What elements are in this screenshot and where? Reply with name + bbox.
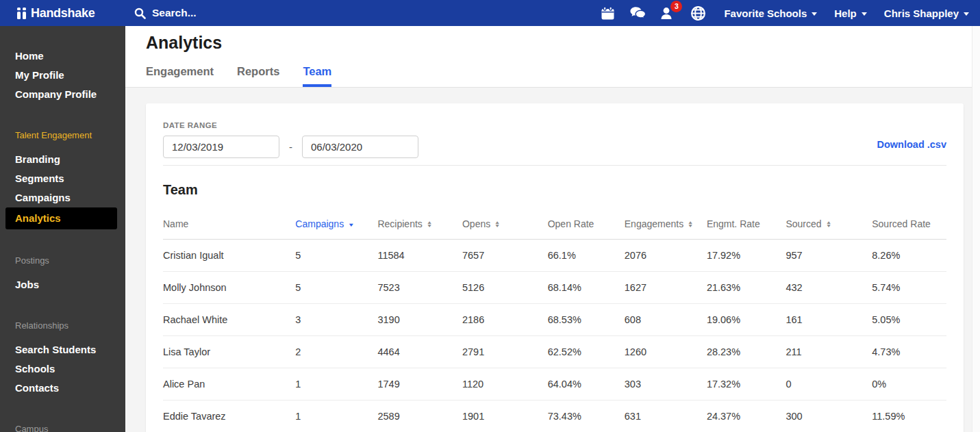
cell-engagements: 631 bbox=[625, 401, 707, 432]
cell-engagements: 608 bbox=[625, 304, 707, 336]
date-range-label: DATE RANGE bbox=[163, 121, 418, 129]
sidebar-item-branding[interactable]: Branding bbox=[0, 150, 125, 169]
tab-reports[interactable]: Reports bbox=[237, 65, 279, 87]
cell-campaigns: 1 bbox=[295, 401, 377, 432]
cell-sourced: 211 bbox=[786, 336, 872, 368]
cell-sourced-rate: 4.73% bbox=[872, 336, 946, 368]
sort-icon: ▲▼ bbox=[427, 220, 431, 228]
sidebar-item-home[interactable]: Home bbox=[0, 47, 125, 66]
sidebar-section-postings: Postings bbox=[0, 255, 125, 266]
cell-sourced-rate: 5.05% bbox=[872, 304, 946, 336]
help-menu[interactable]: Help bbox=[834, 8, 867, 19]
team-table-title: Team bbox=[163, 182, 946, 198]
sidebar-item-segments[interactable]: Segments bbox=[0, 169, 125, 188]
cell-sourced-rate: 8.26% bbox=[872, 240, 946, 272]
cell-name: Alice Pan bbox=[163, 368, 295, 401]
sidebar-item-jobs[interactable]: Jobs bbox=[0, 275, 125, 294]
sidebar-item-my-profile[interactable]: My Profile bbox=[0, 66, 125, 85]
sidebar-item-search-students[interactable]: Search Students bbox=[0, 340, 125, 359]
cell-sourced: 300 bbox=[786, 401, 872, 432]
help-label: Help bbox=[834, 8, 857, 19]
sidebar-section-campus: Campus bbox=[0, 424, 125, 432]
cell-sourced-rate: 11.59% bbox=[872, 401, 946, 432]
notification-badge: 3 bbox=[670, 1, 682, 12]
cell-opens: 7657 bbox=[462, 240, 548, 272]
cell-open-rate: 62.52% bbox=[548, 336, 625, 368]
cell-open-rate: 68.53% bbox=[548, 304, 625, 336]
topbar: Handshake 3 Favorite Schools Help Chris … bbox=[0, 0, 980, 26]
sidebar-item-company-profile[interactable]: Company Profile bbox=[0, 85, 125, 104]
date-to-input[interactable] bbox=[302, 136, 418, 158]
messages-icon[interactable] bbox=[629, 5, 646, 22]
page-title: Analytics bbox=[125, 26, 980, 53]
brand-name: Handshake bbox=[31, 6, 95, 21]
sort-desc-icon: ▼ bbox=[348, 222, 355, 228]
column-header-campaigns[interactable]: Campaigns▼ bbox=[295, 210, 377, 240]
scrollbar[interactable] bbox=[972, 26, 980, 432]
sidebar-item-schools[interactable]: Schools bbox=[0, 359, 125, 379]
connections-icon[interactable]: 3 bbox=[659, 5, 677, 22]
cell-sourced-rate: 0% bbox=[872, 368, 946, 401]
cell-name: Lisa Taylor bbox=[163, 336, 295, 368]
calendar-icon[interactable] bbox=[599, 5, 616, 22]
column-header-engagements[interactable]: Engagements▲▼ bbox=[625, 210, 707, 240]
column-header-name: Name bbox=[163, 210, 295, 240]
cell-name: Molly Johnson bbox=[163, 272, 295, 304]
cell-campaigns: 5 bbox=[295, 272, 377, 304]
table-row: Cristian Igualt 5 11584 7657 66.1% 2076 … bbox=[163, 240, 946, 272]
date-from-input[interactable] bbox=[163, 136, 279, 158]
favorite-schools-menu[interactable]: Favorite Schools bbox=[724, 8, 817, 19]
sort-icon: ▲▼ bbox=[827, 220, 831, 228]
sidebar-item-campaigns[interactable]: Campaigns bbox=[0, 188, 125, 207]
cell-engagements: 2076 bbox=[625, 240, 707, 272]
cell-engagements: 303 bbox=[625, 368, 707, 401]
column-header-sourced[interactable]: Sourced▲▼ bbox=[786, 210, 872, 240]
user-menu[interactable]: Chris Shappley bbox=[884, 8, 969, 19]
cell-name: Eddie Tavarez bbox=[163, 401, 295, 432]
cell-engagements: 1627 bbox=[625, 272, 707, 304]
handshake-logo[interactable]: Handshake bbox=[0, 6, 125, 21]
sort-icon: ▲▼ bbox=[495, 220, 499, 228]
download-csv-link[interactable]: Download .csv bbox=[877, 139, 946, 150]
cell-recipients: 4464 bbox=[377, 336, 462, 368]
cell-name: Rachael White bbox=[163, 304, 295, 336]
sidebar: Home My Profile Company Profile Talent E… bbox=[0, 26, 125, 432]
chevron-down-icon bbox=[812, 12, 817, 16]
cell-recipients: 1749 bbox=[377, 368, 462, 401]
sidebar-item-contacts[interactable]: Contacts bbox=[0, 379, 125, 398]
column-header-recipients[interactable]: Recipients▲▼ bbox=[377, 210, 462, 240]
cell-recipients: 3190 bbox=[377, 304, 462, 336]
favorite-schools-label: Favorite Schools bbox=[724, 8, 807, 19]
cell-engmt-rate: 17.32% bbox=[707, 368, 786, 401]
cell-name: Cristian Igualt bbox=[163, 240, 295, 272]
sidebar-item-analytics[interactable]: Analytics bbox=[5, 207, 117, 229]
cell-recipients: 7523 bbox=[377, 272, 462, 304]
cell-sourced: 432 bbox=[786, 272, 872, 304]
cell-engmt-rate: 19.06% bbox=[707, 304, 786, 336]
chevron-down-icon bbox=[862, 12, 867, 16]
cell-engmt-rate: 24.37% bbox=[707, 401, 786, 432]
search-input[interactable] bbox=[152, 7, 316, 19]
team-table: Name Campaigns▼ Recipients▲▼ Opens▲▼ Ope… bbox=[163, 210, 946, 432]
cell-engmt-rate: 17.92% bbox=[707, 240, 786, 272]
cell-recipients: 11584 bbox=[377, 240, 462, 272]
date-range-separator: - bbox=[289, 141, 292, 153]
sort-icon: ▲▼ bbox=[688, 220, 692, 228]
tab-team[interactable]: Team bbox=[303, 65, 331, 87]
table-row: Eddie Tavarez 1 2589 1901 73.43% 631 24.… bbox=[163, 401, 946, 432]
cell-open-rate: 68.14% bbox=[548, 272, 625, 304]
column-header-opens[interactable]: Opens▲▼ bbox=[462, 210, 548, 240]
filter-row: DATE RANGE - Download .csv bbox=[163, 121, 946, 158]
team-analytics-card: DATE RANGE - Download .csv Team Name C bbox=[146, 103, 964, 432]
date-range-block: DATE RANGE - bbox=[163, 121, 418, 158]
global-search[interactable] bbox=[134, 7, 316, 19]
tab-engagement[interactable]: Engagement bbox=[146, 65, 214, 87]
table-row: Rachael White 3 3190 2186 68.53% 608 19.… bbox=[163, 304, 946, 336]
cell-recipients: 2589 bbox=[377, 401, 462, 432]
cell-sourced: 957 bbox=[786, 240, 872, 272]
globe-icon[interactable] bbox=[690, 5, 707, 22]
cell-opens: 2791 bbox=[462, 336, 548, 368]
table-header-row: Name Campaigns▼ Recipients▲▼ Opens▲▼ Ope… bbox=[163, 210, 946, 240]
cell-opens: 2186 bbox=[462, 304, 548, 336]
cell-open-rate: 64.04% bbox=[548, 368, 625, 401]
